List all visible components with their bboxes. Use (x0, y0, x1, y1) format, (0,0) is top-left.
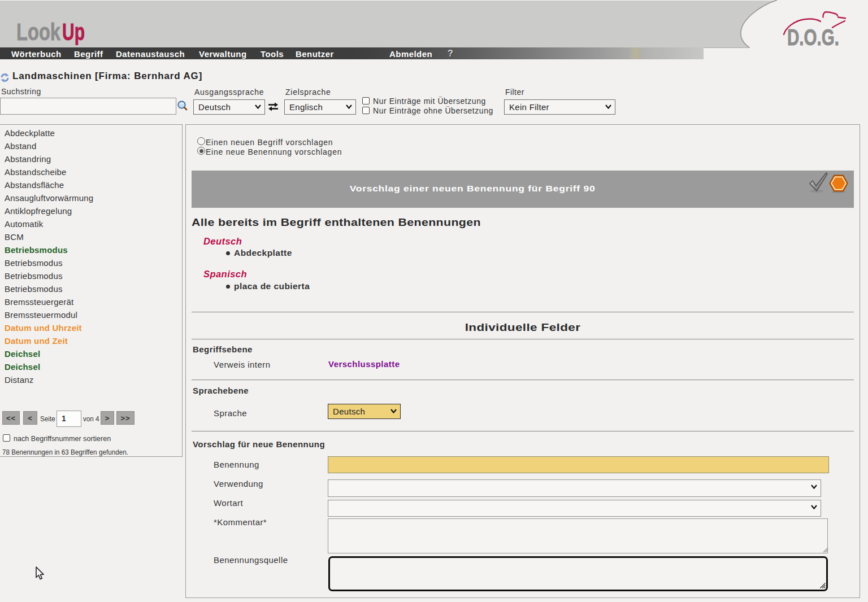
svg-text:Up: Up (62, 19, 85, 45)
svg-text:D.O.G.: D.O.G. (787, 25, 839, 48)
svg-text:Look: Look (16, 19, 60, 45)
